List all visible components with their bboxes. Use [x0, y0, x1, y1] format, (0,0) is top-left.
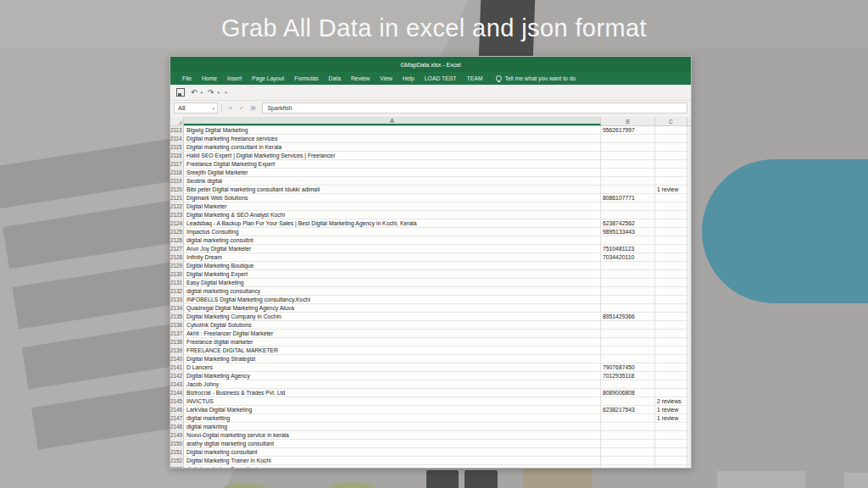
confirm-icon[interactable]: ✓	[239, 105, 244, 112]
cell-c[interactable]	[655, 194, 687, 202]
column-header-b[interactable]: B	[601, 117, 655, 125]
cell-b[interactable]	[601, 380, 655, 388]
cell-b[interactable]	[601, 397, 655, 405]
row-number[interactable]: 2114	[170, 135, 184, 142]
cell-c[interactable]	[655, 423, 687, 430]
cell-a[interactable]: INVICTUS	[184, 397, 601, 405]
cell-b[interactable]	[601, 143, 655, 151]
cell-b[interactable]	[601, 160, 655, 168]
cell-c[interactable]	[655, 338, 687, 346]
cell-a[interactable]: Digital Marketing Trainer in Kochi	[184, 457, 601, 464]
ribbon-tab-view[interactable]: View	[375, 72, 398, 85]
cell-b[interactable]	[601, 304, 655, 312]
cell-a[interactable]: Arun Joy Digital Marketer	[184, 245, 601, 252]
cell-a[interactable]: Bibi peter Digital marketing consultant …	[184, 186, 601, 193]
row-number[interactable]: 2141	[170, 363, 184, 371]
cell-c[interactable]	[655, 330, 687, 337]
cell-c[interactable]: 1 review	[655, 186, 687, 193]
row-number[interactable]: 2153	[170, 465, 184, 468]
cell-a[interactable]: Digital Marketing Agency	[184, 372, 601, 380]
cell-a[interactable]: Digital Marketing Company in Cochin	[184, 313, 601, 320]
cell-b[interactable]: 8089006808	[601, 389, 655, 396]
cell-b[interactable]	[601, 177, 655, 185]
row-number[interactable]: 2151	[170, 448, 184, 456]
name-box[interactable]: A8 ▾	[174, 103, 218, 114]
cell-b[interactable]	[601, 169, 655, 176]
cell-a[interactable]: Cybolink Digital Solutions	[184, 321, 601, 329]
cell-a[interactable]: digital marketing consultnt	[184, 236, 601, 244]
cell-a[interactable]: Digital Marketing Boutique	[184, 262, 601, 269]
row-number[interactable]: 2122	[170, 202, 184, 210]
row-number[interactable]: 2139	[170, 347, 184, 354]
row-number[interactable]: 2131	[170, 279, 184, 286]
cell-b[interactable]	[601, 135, 655, 142]
row-number[interactable]: 2146	[170, 406, 184, 413]
cell-b[interactable]: 6238742562	[601, 219, 655, 227]
cell-a[interactable]: Digital Marketing Strategist	[184, 355, 601, 363]
row-number[interactable]: 2137	[170, 330, 184, 337]
row-number[interactable]: 2128	[170, 253, 184, 261]
ribbon-tab-help[interactable]: Help	[398, 72, 420, 85]
cell-b[interactable]	[601, 448, 655, 456]
redo-dropdown-icon[interactable]: ▾	[218, 90, 220, 95]
ribbon-tab-load-test[interactable]: LOAD TEST	[420, 72, 462, 85]
cell-b[interactable]	[601, 202, 655, 210]
cell-c[interactable]	[655, 270, 687, 278]
cell-a[interactable]: Impactus Consulting	[184, 228, 601, 236]
cell-a[interactable]: Infinity Dream	[184, 253, 601, 261]
cell-c[interactable]	[655, 389, 687, 396]
row-number[interactable]: 2152	[170, 457, 184, 464]
cell-c[interactable]	[655, 211, 687, 219]
cell-b[interactable]: 8951429366	[601, 313, 655, 320]
undo-dropdown-icon[interactable]: ▾	[201, 90, 203, 95]
cell-b[interactable]	[601, 355, 655, 363]
cell-b[interactable]	[601, 440, 655, 447]
cell-a[interactable]: Easy Digital Marketing	[184, 279, 601, 286]
cell-a[interactable]: D Lancers	[184, 363, 601, 371]
cell-c[interactable]	[655, 135, 687, 142]
cell-a[interactable]: digital markrting	[184, 423, 601, 430]
row-number[interactable]: 2125	[170, 228, 184, 236]
cell-c[interactable]	[655, 202, 687, 210]
tell-me-box[interactable]: Tell me what you want to do	[496, 75, 576, 81]
ribbon-tab-review[interactable]: Review	[346, 72, 375, 85]
ribbon-tab-file[interactable]: File	[177, 72, 197, 85]
cell-c[interactable]	[655, 287, 687, 295]
cell-b[interactable]	[601, 296, 655, 303]
row-number[interactable]: 2134	[170, 304, 184, 312]
cell-b[interactable]	[601, 338, 655, 346]
row-number[interactable]: 2140	[170, 355, 184, 363]
cell-b[interactable]	[601, 347, 655, 354]
cell-b[interactable]: 7510481123	[601, 245, 655, 252]
row-number[interactable]: 2117	[170, 160, 184, 168]
row-number[interactable]: 2119	[170, 177, 184, 185]
row-number[interactable]: 2124	[170, 219, 184, 227]
row-number[interactable]: 2143	[170, 380, 184, 388]
row-number[interactable]: 2121	[170, 194, 184, 202]
cell-b[interactable]	[601, 431, 655, 439]
cell-a[interactable]: Jacob Johny	[184, 380, 601, 388]
cell-a[interactable]: Digital marketing consultant	[184, 448, 601, 456]
cell-c[interactable]	[655, 363, 687, 371]
column-header-a[interactable]: A	[184, 117, 601, 125]
cell-b[interactable]	[601, 287, 655, 295]
ribbon-tab-page-layout[interactable]: Page Layout	[247, 72, 289, 85]
cell-b[interactable]	[601, 152, 655, 159]
cell-c[interactable]	[655, 380, 687, 388]
cell-a[interactable]: LarkVaa Digital Marketing	[184, 406, 601, 413]
row-number[interactable]: 2130	[170, 270, 184, 278]
row-number[interactable]: 2126	[170, 236, 184, 244]
cell-c[interactable]	[655, 126, 687, 134]
cell-a[interactable]: Freelance digital marketer	[184, 338, 601, 346]
cell-c[interactable]	[655, 177, 687, 185]
cell-c[interactable]	[655, 296, 687, 303]
cell-a[interactable]: Noxvi-Digital marketing service in keral…	[184, 431, 601, 439]
customize-qat-icon[interactable]: ▾	[225, 90, 227, 95]
cell-b[interactable]	[601, 414, 655, 422]
ribbon-tab-home[interactable]: Home	[197, 72, 222, 85]
cell-a[interactable]: INFOBELLS Digital Marketing consultancy,…	[184, 296, 601, 303]
cell-a[interactable]: Seolink digital	[184, 177, 601, 185]
cell-a[interactable]: Sreejith Digital Marketer	[184, 169, 601, 176]
cell-c[interactable]	[655, 228, 687, 236]
cell-c[interactable]	[655, 440, 687, 447]
